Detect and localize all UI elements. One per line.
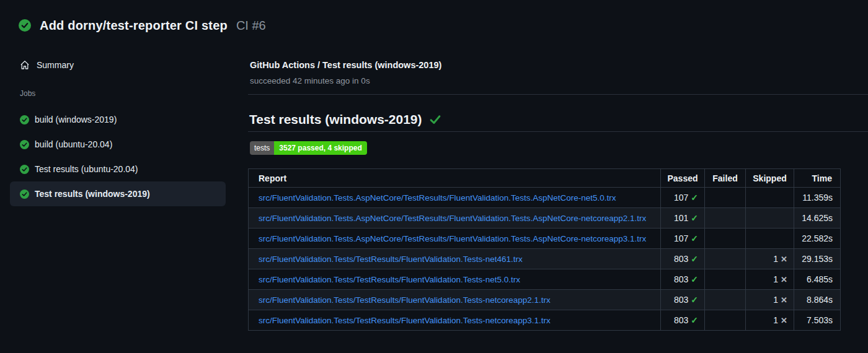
table-row: src/FluentValidation.Tests/TestResults/F…	[249, 290, 841, 310]
report-file-link[interactable]: src/FluentValidation.Tests.AspNetCore/Te…	[259, 193, 616, 203]
check-circle-icon	[19, 19, 31, 32]
sidebar-job-item[interactable]: Test results (ubuntu-20.04)	[10, 157, 226, 181]
time-cell: 29.153s	[794, 249, 841, 269]
skipped-cell	[746, 208, 794, 229]
job-item-label: Test results (ubuntu-20.04)	[35, 164, 138, 174]
skipped-cell: 1✕	[746, 249, 794, 269]
job-item-label: build (ubuntu-20.04)	[35, 139, 112, 149]
sidebar-job-item[interactable]: Test results (windows-2019)	[10, 181, 226, 206]
passed-check-icon: ✓	[691, 193, 698, 203]
failed-cell	[705, 188, 746, 208]
failed-cell	[705, 229, 746, 249]
passed-cell: 107✓	[661, 229, 705, 249]
passed-cell: 803✓	[661, 290, 705, 310]
tests-badge-label: tests	[250, 141, 274, 155]
results-heading: Test results (windows-2019)	[249, 112, 441, 127]
column-header-report: Report	[249, 169, 661, 188]
passed-check-icon: ✓	[691, 315, 698, 325]
time-cell: 8.864s	[794, 290, 841, 310]
test-results-table: Report Passed Failed Skipped Time src/Fl…	[248, 168, 841, 331]
time-cell: 7.503s	[794, 310, 841, 331]
run-number: CI #6	[236, 19, 266, 33]
job-header-divider	[248, 94, 868, 95]
job-status-line: succeeded 42 minutes ago in 0s	[250, 76, 370, 85]
sidebar: Summary Jobs build (windows-2019) build …	[0, 54, 236, 206]
summary-label: Summary	[37, 60, 74, 70]
sidebar-job-item[interactable]: build (ubuntu-20.04)	[10, 132, 226, 157]
table-body: src/FluentValidation.Tests.AspNetCore/Te…	[249, 188, 841, 331]
job-header-title: GitHub Actions / Test results (windows-2…	[250, 60, 441, 70]
report-file-link[interactable]: src/FluentValidation.Tests/TestResults/F…	[259, 295, 551, 305]
table-row: src/FluentValidation.Tests.AspNetCore/Te…	[249, 208, 841, 229]
table-row: src/FluentValidation.Tests/TestResults/F…	[249, 269, 841, 290]
time-cell: 22.582s	[794, 229, 841, 249]
passed-check-icon: ✓	[691, 295, 698, 305]
passed-cell: 107✓	[661, 188, 705, 208]
passed-check-icon: ✓	[691, 254, 698, 264]
passed-check-icon: ✓	[691, 213, 698, 223]
report-file-link[interactable]: src/FluentValidation.Tests/TestResults/F…	[259, 316, 551, 325]
report-file-link[interactable]: src/FluentValidation.Tests.AspNetCore/Te…	[259, 214, 646, 223]
check-circle-icon	[20, 165, 29, 174]
column-header-passed: Passed	[661, 169, 705, 188]
sidebar-job-item[interactable]: build (windows-2019)	[10, 107, 226, 132]
skipped-cell	[746, 229, 794, 249]
table-row: src/FluentValidation.Tests.AspNetCore/Te…	[249, 188, 841, 208]
failed-cell	[705, 310, 746, 331]
time-cell: 11.359s	[794, 188, 841, 208]
column-header-skipped: Skipped	[746, 169, 794, 188]
report-file-link[interactable]: src/FluentValidation.Tests/TestResults/F…	[259, 255, 523, 264]
passed-cell: 101✓	[661, 208, 705, 229]
column-header-failed: Failed	[705, 169, 746, 188]
failed-cell	[705, 269, 746, 290]
skipped-cross-icon: ✕	[781, 316, 787, 325]
passed-cell: 803✓	[661, 269, 705, 290]
workflow-run-page: Add dorny/test-reporter CI step CI #6 Su…	[0, 0, 868, 353]
results-heading-divider	[248, 131, 868, 132]
failed-cell	[705, 208, 746, 229]
time-cell: 14.625s	[794, 208, 841, 229]
results-heading-text: Test results (windows-2019)	[249, 112, 422, 127]
job-item-label: Test results (windows-2019)	[35, 189, 150, 199]
skipped-cross-icon: ✕	[781, 275, 787, 284]
skipped-cell: 1✕	[746, 290, 794, 310]
sidebar-item-summary[interactable]: Summary	[0, 54, 236, 76]
jobs-section-label: Jobs	[0, 89, 236, 99]
check-circle-icon	[20, 140, 29, 149]
success-check-icon	[429, 113, 441, 126]
passed-cell: 803✓	[661, 310, 705, 331]
run-header: Add dorny/test-reporter CI step CI #6	[19, 12, 266, 38]
skipped-cross-icon: ✕	[781, 295, 787, 305]
home-icon	[20, 60, 30, 70]
column-header-time: Time	[794, 169, 841, 188]
job-item-label: build (windows-2019)	[35, 115, 117, 124]
table-row: src/FluentValidation.Tests.AspNetCore/Te…	[249, 229, 841, 249]
skipped-cell: 1✕	[746, 269, 794, 290]
passed-check-icon: ✓	[691, 233, 698, 243]
table-row: src/FluentValidation.Tests/TestResults/F…	[249, 310, 841, 331]
table-row: src/FluentValidation.Tests/TestResults/F…	[249, 249, 841, 269]
tests-badge: tests 3527 passed, 4 skipped	[250, 141, 367, 155]
tests-badge-value: 3527 passed, 4 skipped	[274, 141, 366, 155]
report-file-link[interactable]: src/FluentValidation.Tests.AspNetCore/Te…	[259, 234, 646, 243]
failed-cell	[705, 290, 746, 310]
report-file-link[interactable]: src/FluentValidation.Tests/TestResults/F…	[259, 275, 520, 284]
failed-cell	[705, 249, 746, 269]
skipped-cross-icon: ✕	[781, 255, 787, 264]
passed-check-icon: ✓	[691, 274, 698, 284]
check-circle-icon	[20, 190, 29, 199]
table-header-row: Report Passed Failed Skipped Time	[249, 169, 841, 188]
time-cell: 6.485s	[794, 269, 841, 290]
skipped-cell: 1✕	[746, 310, 794, 331]
sidebar-jobs: build (windows-2019) build (ubuntu-20.04…	[0, 107, 236, 206]
check-circle-icon	[20, 115, 29, 124]
run-title: Add dorny/test-reporter CI step	[40, 19, 228, 33]
passed-cell: 803✓	[661, 249, 705, 269]
skipped-cell	[746, 188, 794, 208]
